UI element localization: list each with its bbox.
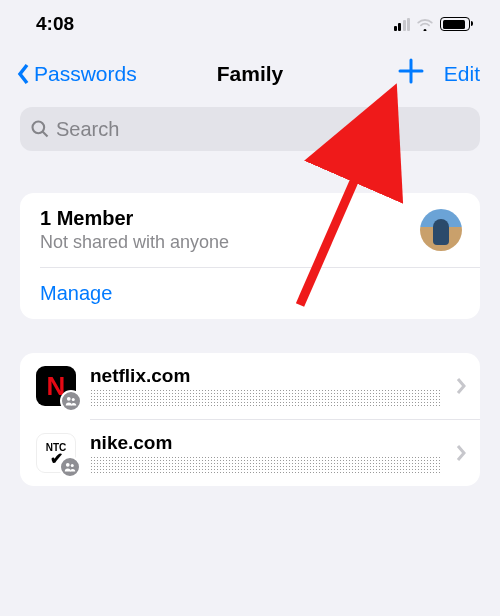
signal-icon: [394, 18, 411, 31]
chevron-right-icon: [456, 377, 466, 395]
plus-icon: [398, 58, 424, 84]
netflix-icon: N: [36, 366, 76, 406]
back-label: Passwords: [34, 62, 137, 86]
svg-line-3: [43, 132, 48, 137]
svg-point-4: [67, 397, 71, 401]
add-button[interactable]: [398, 58, 424, 89]
shared-badge-icon: [59, 456, 81, 478]
passwords-list: N netflix.com NTC✔ nike.com: [20, 353, 480, 486]
shared-badge-icon: [60, 390, 82, 412]
redacted-username: [90, 456, 442, 474]
svg-point-5: [72, 398, 75, 401]
edit-button[interactable]: Edit: [444, 62, 480, 86]
search-input[interactable]: Search: [20, 107, 480, 151]
status-time: 4:08: [36, 13, 74, 35]
wifi-icon: [416, 17, 434, 31]
manage-button[interactable]: Manage: [20, 268, 480, 319]
battery-icon: [440, 17, 470, 31]
svg-point-7: [71, 464, 74, 467]
status-bar: 4:08: [0, 0, 500, 44]
nike-icon: NTC✔: [36, 433, 76, 473]
member-subtitle: Not shared with anyone: [40, 232, 420, 253]
chevron-left-icon: [16, 62, 32, 86]
list-item[interactable]: NTC✔ nike.com: [20, 420, 480, 486]
members-row[interactable]: 1 Member Not shared with anyone: [20, 193, 480, 267]
svg-point-6: [66, 463, 70, 467]
search-placeholder: Search: [56, 118, 119, 141]
chevron-right-icon: [456, 444, 466, 462]
item-domain: nike.com: [90, 432, 442, 454]
members-card: 1 Member Not shared with anyone Manage: [20, 193, 480, 319]
svg-point-2: [33, 122, 45, 134]
nav-bar: Passwords Family Edit: [0, 44, 500, 105]
member-count: 1 Member: [40, 207, 420, 230]
redacted-username: [90, 389, 442, 407]
list-item[interactable]: N netflix.com: [20, 353, 480, 419]
avatar: [420, 209, 462, 251]
status-icons: [394, 17, 471, 31]
page-title: Family: [217, 62, 284, 86]
back-button[interactable]: Passwords: [16, 62, 137, 86]
search-icon: [30, 119, 50, 139]
item-domain: netflix.com: [90, 365, 442, 387]
